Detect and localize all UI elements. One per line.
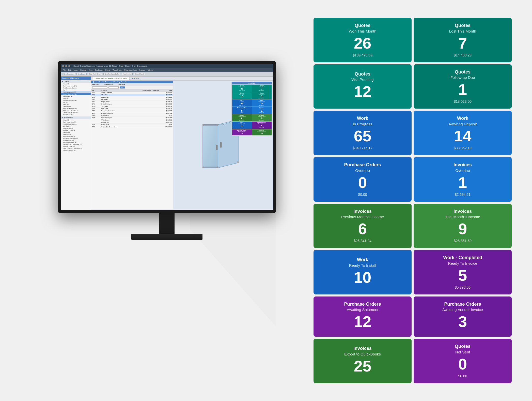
sidebar-item[interactable]: Active (95) [61, 119, 91, 121]
tile-invoices-qb[interactable]: Invoices Export to QuickBooks 25 [314, 339, 412, 383]
menu-glazing[interactable]: Glazing [80, 69, 86, 71]
mini-tile-quotes-lost[interactable]: Quotes Lost This Month 7 $14,408.29 [252, 85, 272, 92]
new-work-order-button[interactable]: New Work Order [88, 73, 102, 75]
sidebar-item[interactable]: Field Measure Done... [61, 87, 91, 89]
sidebar-item[interactable]: Unallocated (3) [61, 95, 91, 97]
sidebar-item[interactable]: Follow-up Due (1) [61, 113, 91, 115]
menu-file[interactable]: File [63, 69, 66, 71]
tile-po-vendor[interactable]: Purchase Orders Awaiting Vendor Invoice … [414, 296, 512, 337]
sidebar-item[interactable]: In Progress (85) [61, 127, 91, 129]
sidebar-item[interactable]: Ready to Invoice (6) [61, 129, 91, 131]
quote-row[interactable]: 1491GE Builders$4,847.65 [91, 98, 173, 101]
sidebar-item[interactable]: Input Pending (45) [61, 139, 91, 141]
quote-row[interactable]: 1494Rogers, Henry$5,845.26 [91, 101, 173, 103]
sidebar-item[interactable]: Sent Customer - To Invoice (5) [61, 147, 91, 150]
mini-tile-quotes-visit[interactable]: Quotes Visit Pending 12 [232, 92, 252, 99]
tile-work-completed[interactable]: Work - Completed Ready To Invoice 5 $5,7… [414, 250, 512, 294]
sidebar-item[interactable]: Won (66) [61, 97, 91, 99]
sidebar-item[interactable]: Account Consolidator (5) [61, 137, 91, 139]
sidebar-item[interactable]: Awaiting Approval (2) [61, 91, 91, 93]
mini-tile-work-completed[interactable]: Work-Completed Ready To Invoice 5 $5,793… [252, 122, 272, 129]
sidebar-item[interactable]: Awaiting Deposit (5) [61, 135, 91, 137]
mini-tile-quotes-won[interactable]: Quotes Won This Month 26 $109,473.09 [232, 85, 252, 92]
menu-jobs[interactable]: Jobs [89, 69, 92, 71]
menu-edit[interactable]: Edit [68, 69, 71, 71]
date-filter[interactable] [108, 86, 119, 88]
mini-tile-work-inprogress[interactable]: Work In Progress 65 $340,716.17 [232, 99, 252, 107]
quote-row[interactable]: 1480Rogers, Harry$4,952.26 [91, 96, 173, 98]
quote-row[interactable]: 1948White Enquiry$9.50 [91, 114, 173, 117]
tile-quotes-notsent[interactable]: Quotes Not Sent 0 $0.00 [414, 339, 512, 383]
quote-row[interactable]: 1758Trent, Ellen$2,941.56 [91, 105, 173, 108]
menu-purchaseorder[interactable]: Purchase Order [124, 69, 137, 71]
search-button[interactable]: Go [120, 86, 125, 88]
sidebar-item-sent-to-customer[interactable]: Sent to Customer (11) [61, 93, 91, 95]
quote-row[interactable]: 1746Smith, Christopher$8,545.10 [91, 103, 173, 105]
menu-customer[interactable]: Customer [95, 69, 103, 71]
new-customer-button[interactable]: New Customer [62, 73, 75, 75]
mini-tile-invoices-overdue[interactable]: Invoices Overdue 1 $2,594.21 [252, 107, 272, 114]
sidebar-item[interactable]: Ready to Install (10) [61, 145, 91, 147]
mini-tile-work-awaitdeposit[interactable]: Work Awaiting Deposit 14 $33,852.19 [252, 99, 272, 107]
tile-po-shipment[interactable]: Purchase Orders Awaiting Shipment 12 [314, 296, 412, 337]
next-wizard-button[interactable]: Next Wizard [134, 73, 145, 75]
mini-tile-quotes-followup[interactable]: Quotes Follow-up Due 1 $18,023.00 [252, 92, 272, 99]
sidebar-item[interactable]: Cancelled (7) [61, 131, 91, 133]
quote-row[interactable]: 1947Branneon Industries$6,154.36 [91, 112, 173, 114]
sidebar-item[interactable]: Contract for Sending (6) [61, 111, 91, 113]
sidebar-item[interactable]: Active (66) [61, 83, 91, 85]
quote-row[interactable]: White Enquiry$6,575.36 [91, 119, 173, 121]
sidebar-item[interactable]: Draft - Incomplete (9) [61, 121, 91, 123]
new-quote-button[interactable]: New Quote [76, 73, 87, 75]
new-purchase-order-button[interactable]: New Purchase Order [103, 73, 120, 75]
sidebar-item[interactable]: Cancelled (5) [61, 105, 91, 107]
sidebar-item[interactable]: Partially Invoiced (1) [61, 150, 91, 152]
tile-invoices-this[interactable]: Invoices This Month's Income 9 $26,851.6… [414, 204, 512, 248]
quote-row[interactable]: 1748White Enquiry$6.95 [91, 124, 173, 126]
menu-quote[interactable]: Quote [105, 69, 110, 71]
sidebar-item[interactable]: Machinist Request (4) [61, 141, 91, 143]
quote-row[interactable]: Colodan, Leo$5,375.68 [91, 121, 173, 124]
quote-row[interactable]: 1765Bode, Lane$3,546.26 [91, 108, 173, 110]
sidebar-item[interactable]: Test (4) [61, 89, 91, 91]
tile-invoices-overdue[interactable]: Invoices Overdue 1 $2,594.21 [414, 157, 512, 202]
tile-work-install[interactable]: Work Ready To Install 10 [314, 250, 412, 294]
tile-quotes-followup[interactable]: Quotes Follow-up Due 1 $18,023.00 [414, 64, 512, 109]
quote-row[interactable]: 1965Smith, Christopher$6,047.56 [91, 117, 173, 119]
sidebar-item[interactable]: Pre-machined Outstanding (15) [61, 143, 91, 145]
menu-invoice[interactable]: Invoice [139, 69, 145, 71]
sidebar-item[interactable]: On Hold (5) [61, 125, 91, 127]
new-invoice-button[interactable]: New Invoice [122, 73, 133, 75]
sidebar-item[interactable]: Sales Visit Pending (15) [61, 109, 91, 111]
mini-tile-invoices-this[interactable]: Invoices This Month Income 9 $26,851.69 [252, 114, 272, 121]
tile-quotes-visit[interactable]: Quotes Visit Pending 12 [314, 64, 412, 109]
tile-quotes-lost[interactable]: Quotes Lost This Month 7 $14,408.29 [414, 18, 512, 62]
mini-tile-po-overdue[interactable]: Purchase Orders Overdue 0 $0.00 [232, 107, 252, 114]
sidebar-item[interactable]: Agent (25) [61, 103, 91, 105]
mini-tile-po-shipment[interactable]: Purchase Orders Awaiting Shipment 12 [232, 129, 252, 135]
quote-row[interactable]: 1462GE Builders$2,541.66 [91, 94, 173, 96]
tile-po-overdue[interactable]: Purchase Orders Overdue 0 $0.00 [314, 157, 412, 202]
sidebar-item[interactable]: Field Measure Done... [61, 123, 91, 125]
mini-tile-invoices-prev[interactable]: Invoices Prev Month Income 6 $26,341.04 [232, 114, 252, 121]
sidebar-item[interactable]: Sales Work Order (30) [61, 107, 91, 109]
sidebar-item[interactable]: Draft - Incomplete (74) [61, 85, 91, 87]
quote-row[interactable]: 1421Arcade Contractors$2,834.66 [91, 92, 173, 94]
sidebar-item[interactable]: Duplicate (4) [61, 133, 91, 135]
sidebar-item[interactable]: Lost (5) [61, 101, 91, 103]
tile-invoices-prev[interactable]: Invoices Previous Month's Income 6 $26,3… [314, 204, 412, 248]
menu-utilities[interactable]: Utilities [148, 69, 153, 71]
menu-workorder[interactable]: Work Order [113, 69, 122, 71]
tile-quotes-won[interactable]: Quotes Won This Month 26 $109,473.09 [314, 18, 412, 62]
quote-row[interactable]: 1779Front Door Contractors$4,567.00 [91, 110, 173, 112]
sidebar-item[interactable]: Won via Measure (11) [61, 99, 91, 101]
menu-view[interactable]: View [74, 69, 77, 71]
mini-tile-invoices-qb[interactable]: Invoices Export to QuickBooks 25 [252, 129, 272, 135]
overview-tab[interactable]: Overview [130, 77, 141, 80]
tile-work-awaitdeposit[interactable]: Work Awaiting Deposit 14 $33,852.19 [414, 111, 512, 155]
tile-work-inprogress[interactable]: Work In Progress 65 $340,716.17 [314, 111, 412, 155]
quote-row[interactable]: 1748Golden Gate Constructions$44,637.61 [91, 126, 173, 128]
filter-input[interactable] [92, 86, 107, 88]
mini-tile-work-install[interactable]: Work Ready To Install 10 [232, 122, 252, 129]
quotes-tab[interactable]: Quotes - Sent to Customer - Showing all … [93, 77, 130, 80]
